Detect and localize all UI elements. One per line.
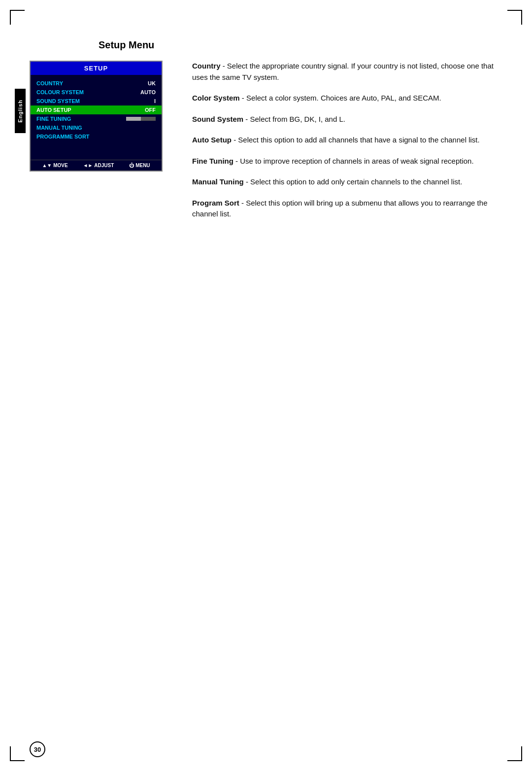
tv-footer-menu: ⏻ MENU [129, 163, 150, 168]
tv-screen: SETUP COUNTRY UK COLOUR SYSTEM AUTO SOUN… [30, 61, 163, 172]
tv-footer-adjust: ◄► ADJUST [83, 163, 114, 168]
fine-tuning-bar [126, 117, 156, 121]
descriptions-column: Country - Select the appropriate country… [192, 61, 502, 230]
tv-menu-item-fine-tuning: FINE TUNING [31, 114, 162, 123]
two-column-layout: SETUP COUNTRY UK COLOUR SYSTEM AUTO SOUN… [30, 61, 502, 230]
corner-mark-tl [10, 10, 25, 25]
desc-program-sort: Program Sort - Select this option will b… [192, 198, 502, 220]
tv-footer: ▲▼ MOVE ◄► ADJUST ⏻ MENU [31, 160, 162, 171]
term-auto-setup: Auto Setup [192, 136, 232, 144]
section-title: Setup Menu [99, 39, 502, 51]
tv-menu-item-programme-sort: PROGRAMME SORT [31, 132, 162, 141]
tv-menu-item-sound-system: SOUND SYSTEM I [31, 97, 162, 105]
term-program-sort: Program Sort [192, 199, 239, 207]
language-tab: English [15, 89, 26, 133]
desc-country: Country - Select the appropriate country… [192, 61, 502, 83]
tv-menu-body: COUNTRY UK COLOUR SYSTEM AUTO SOUND SYST… [31, 75, 162, 160]
term-sound-system: Sound System [192, 115, 243, 123]
tv-menu-item-auto-setup: AUTO SETUP OFF [31, 105, 162, 114]
desc-manual-tuning: Manual Tuning - Select this option to ad… [192, 176, 502, 188]
corner-mark-br [507, 746, 522, 761]
term-fine-tuning: Fine Tuning [192, 157, 233, 165]
tv-menu-item-country: COUNTRY UK [31, 79, 162, 88]
main-content: Setup Menu SETUP COUNTRY UK COLOUR SYSTE… [30, 39, 502, 230]
tv-screenshot-column: SETUP COUNTRY UK COLOUR SYSTEM AUTO SOUN… [30, 61, 172, 230]
term-manual-tuning: Manual Tuning [192, 177, 244, 186]
corner-mark-tr [507, 10, 522, 25]
tv-menu-item-manual-tuning: MANUAL TUNING [31, 123, 162, 132]
term-color-system: Color System [192, 94, 240, 102]
tv-menu-item-colour-system: COLOUR SYSTEM AUTO [31, 88, 162, 97]
page-number: 30 [30, 741, 45, 757]
move-icon: ▲▼ [42, 163, 52, 168]
desc-color-system: Color System - Select a color system. Ch… [192, 93, 502, 104]
desc-auto-setup: Auto Setup - Select this option to add a… [192, 135, 502, 146]
corner-mark-bl [10, 746, 25, 761]
desc-fine-tuning: Fine Tuning - Use to improve reception o… [192, 156, 502, 167]
tv-menu-header: SETUP [31, 62, 162, 75]
menu-icon: ⏻ [129, 163, 134, 168]
term-country: Country [192, 62, 221, 70]
adjust-icon: ◄► [83, 163, 93, 168]
tv-footer-move: ▲▼ MOVE [42, 163, 67, 168]
desc-sound-system: Sound System - Select from BG, DK, I, an… [192, 114, 502, 125]
